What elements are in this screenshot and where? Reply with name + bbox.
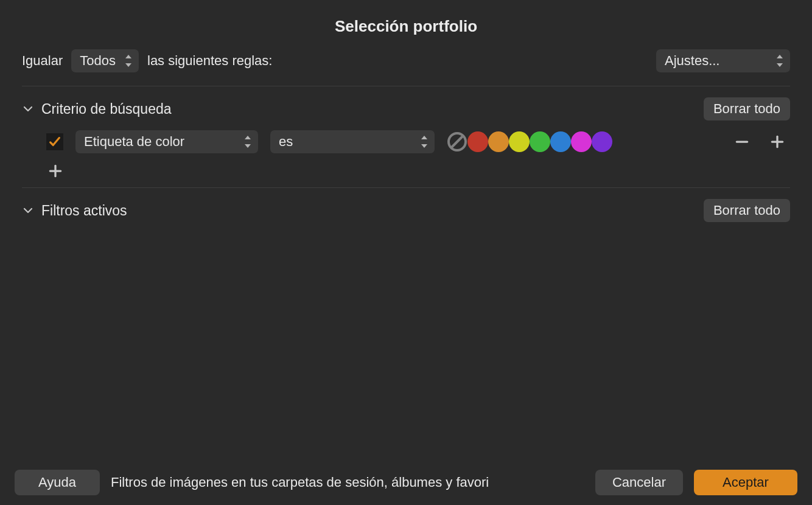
color-swatch-group — [447, 131, 612, 152]
criteria-operator-select[interactable]: es — [270, 130, 435, 153]
chevron-down-icon[interactable] — [22, 103, 34, 115]
color-swatch-orange[interactable] — [488, 131, 509, 152]
chevron-down-icon[interactable] — [22, 204, 34, 217]
help-button[interactable]: Ayuda — [15, 470, 100, 495]
dialog-footer: Ayuda Filtros de imágenes en tus carpeta… — [0, 460, 812, 505]
match-mode-value: Todos — [80, 53, 116, 69]
match-mode-select[interactable]: Todos — [71, 49, 139, 72]
updown-icon — [243, 136, 252, 148]
color-swatch-purple[interactable] — [592, 131, 612, 152]
footer-info-text: Filtros de imágenes en tus carpetas de s… — [111, 475, 489, 490]
criteria-enabled-toggle[interactable] — [46, 133, 63, 150]
cancel-button[interactable]: Cancelar — [595, 470, 683, 495]
divider — [22, 86, 790, 86]
active-filters-title: Filtros activos — [41, 203, 127, 219]
divider — [22, 187, 790, 188]
criteria-field-select[interactable]: Etiqueta de color — [75, 130, 258, 153]
criteria-row: Etiqueta de color es — [22, 124, 790, 159]
settings-label: Ajustes... — [665, 53, 719, 69]
match-prefix-label: Igualar — [22, 53, 63, 69]
search-criteria-title: Criterio de búsqueda — [41, 101, 172, 117]
svg-line-1 — [452, 136, 463, 147]
color-swatch-yellow[interactable] — [509, 131, 530, 152]
dialog-title: Selección portfolio — [0, 0, 812, 49]
clear-all-filters-button[interactable]: Borrar todo — [704, 199, 790, 222]
match-suffix-label: las siguientes reglas: — [147, 53, 272, 69]
color-swatch-red[interactable] — [467, 131, 488, 152]
color-swatch-magenta[interactable] — [571, 131, 592, 152]
remove-criteria-button[interactable] — [733, 133, 751, 151]
updown-icon — [124, 55, 133, 67]
updown-icon — [775, 55, 784, 67]
clear-all-search-button[interactable]: Borrar todo — [704, 97, 790, 120]
color-swatch-blue[interactable] — [550, 131, 571, 152]
add-criteria-button[interactable] — [768, 133, 786, 151]
criteria-field-value: Etiqueta de color — [84, 134, 184, 150]
accept-button[interactable]: Aceptar — [694, 470, 797, 495]
add-row-button[interactable] — [46, 162, 65, 180]
settings-select[interactable]: Ajustes... — [656, 49, 790, 72]
updown-icon — [420, 136, 429, 148]
criteria-operator-value: es — [279, 134, 293, 150]
color-swatch-green[interactable] — [530, 131, 550, 152]
color-swatch-none[interactable] — [447, 131, 467, 152]
